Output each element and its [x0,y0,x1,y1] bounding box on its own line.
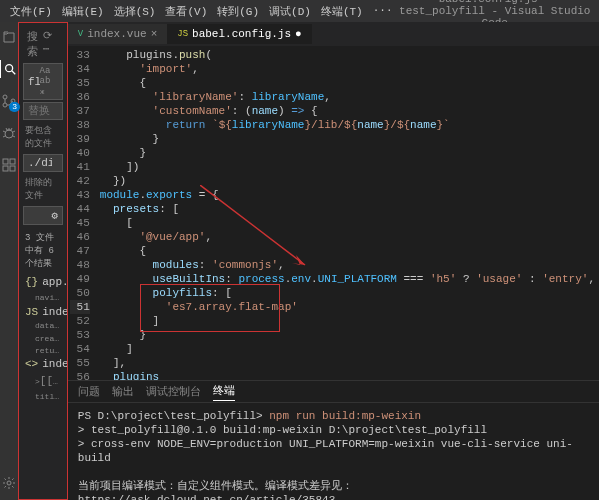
search-header: 搜索 [27,29,43,59]
result-file[interactable]: JSindex.js dist\build\mp-weixin\pages\in… [23,304,63,320]
result-line[interactable]: created:function(){try{[].flatMap(functi… [23,331,63,345]
svg-rect-6 [3,159,8,164]
terminal-tab[interactable]: 问题 [78,384,100,399]
menu-item[interactable]: 查看(V) [161,3,211,20]
explorer-icon[interactable] [0,28,18,46]
result-line[interactable]: data:function(){return{hasFlatMap:!1,tit… [23,320,63,331]
result-line[interactable]: return !}catch(t){this.hasFlatMap=!1,con… [23,345,63,356]
exclude-label: 排除的文件 [23,174,63,204]
terminal-tab[interactable]: 输出 [112,384,134,399]
include-label: 要包含的文件 [23,122,63,152]
result-file[interactable]: <>index.wxml dist\build\mp-weixin\pages\… [23,356,63,372]
svg-point-5 [5,130,13,138]
extensions-icon[interactable] [0,156,18,174]
result-summary: 3 文件中有 6 个结果 [23,227,63,274]
terminal-tab[interactable]: 调试控制台 [146,384,201,399]
result-file[interactable]: {}app.json dist\build\mp-weixin1 [23,274,63,290]
editor-tabs: Vindex.vue×JSbabel.config.js● [68,22,599,46]
search-input[interactable] [28,66,40,97]
result-line[interactable]: navigationBarTitleText": "测试flatMap", [23,290,63,304]
menu-item[interactable]: 终端(T) [317,3,367,20]
activity-bar: 3 [0,22,18,500]
result-line[interactable]: title">[["].flatMap功能"+(hasFlatMap?"正常":… [23,389,63,403]
svg-point-0 [6,65,13,72]
svg-rect-7 [10,159,15,164]
menu-item[interactable]: 选择(S) [110,3,160,20]
line-gutter: 3334353637383940414243444546474849505152… [68,46,96,380]
menu-bar[interactable]: 文件(F)编辑(E)选择(S)查看(V)转到(G)调试(D)终端(T)··· [6,3,397,20]
menu-item[interactable]: ··· [369,3,397,20]
svg-point-3 [3,103,7,107]
svg-rect-9 [10,166,15,171]
svg-rect-8 [3,166,8,171]
terminal-tab[interactable]: 终端 [213,383,235,401]
result-line[interactable]: >[["].flatMap功能"+(hasFlatMap?… [23,372,63,389]
search-icon[interactable] [0,60,17,78]
menu-item[interactable]: 调试(D) [265,3,315,20]
terminal-body[interactable]: PS D:\project\test_polyfill> npm run bui… [68,403,599,500]
settings-icon[interactable] [0,474,18,492]
refresh-icon[interactable]: ⟳ ⋯ [43,29,59,59]
svg-point-10 [7,481,11,485]
include-input[interactable] [28,157,52,169]
scm-badge: 3 [9,102,20,112]
menu-item[interactable]: 编辑(E) [58,3,108,20]
terminal-panel: 问题输出调试控制台终端 PS D:\project\test_polyfill>… [68,380,599,500]
menu-item[interactable]: 文件(F) [6,3,56,20]
scm-icon[interactable]: 3 [0,92,18,110]
terminal-tabs[interactable]: 问题输出调试控制台终端 [68,381,599,403]
search-panel: 搜索⟳ ⋯ Aa ab ⁎ 要包含的文件 排除的文件 ⚙ 3 文件中有 6 个结… [18,22,68,500]
exclude-input[interactable] [28,209,51,222]
menu-item[interactable]: 转到(G) [213,3,263,20]
gear-icon[interactable]: ⚙ [51,209,58,222]
svg-point-2 [3,95,7,99]
editor-tab[interactable]: Vindex.vue× [68,24,167,44]
svg-line-1 [12,71,16,75]
replace-input[interactable] [28,105,52,117]
highlight-box [140,284,280,332]
search-options[interactable]: Aa ab ⁎ [40,66,58,97]
debug-icon[interactable] [0,124,18,142]
editor-tab[interactable]: JSbabel.config.js● [167,24,311,44]
